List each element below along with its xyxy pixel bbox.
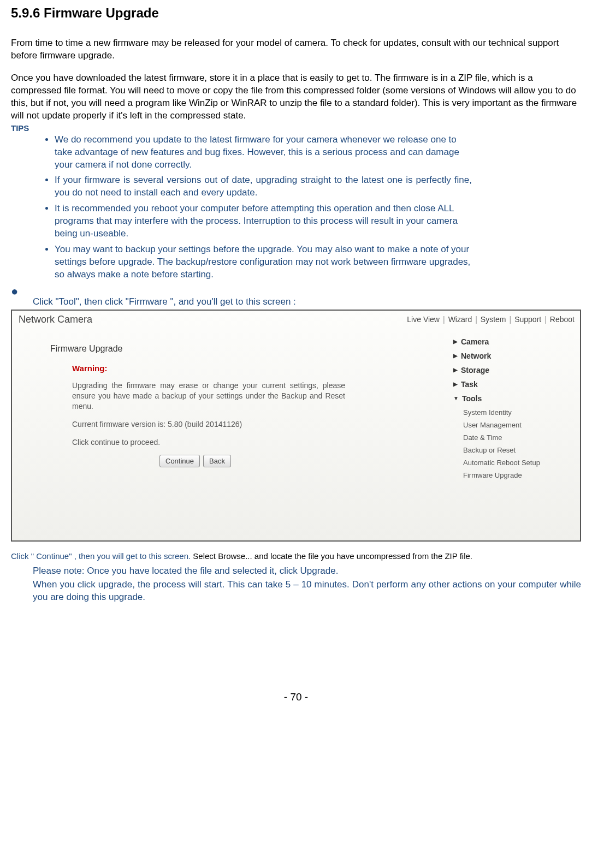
back-button[interactable]: Back bbox=[203, 455, 231, 467]
after-screenshot-line: Click " Continue" , then you will get to… bbox=[11, 551, 581, 561]
after-black-text: Select Browse... and locate the file you… bbox=[193, 551, 472, 561]
tip-item: It is recommended you reboot your comput… bbox=[55, 203, 581, 240]
note-block: Please note: Once you have located the f… bbox=[11, 565, 581, 604]
chevron-right-icon: ▶ bbox=[453, 367, 458, 373]
sidebar-label: Camera bbox=[461, 337, 489, 346]
nav-separator: | bbox=[475, 315, 477, 324]
click-instruction: Click "Tool", then click "Firmware ", an… bbox=[11, 296, 581, 307]
sidebar-item-network[interactable]: ▶ Network bbox=[453, 352, 575, 360]
nav-separator: | bbox=[510, 315, 512, 324]
sidebar-item-task[interactable]: ▶ Task bbox=[453, 380, 575, 389]
chevron-right-icon: ▶ bbox=[453, 338, 458, 344]
nav-live-view[interactable]: Live View bbox=[407, 315, 440, 324]
panel-title: Firmware Upgrade bbox=[50, 344, 422, 354]
sidebar-label: Tools bbox=[462, 394, 482, 403]
proceed-text: Click continue to proceed. bbox=[72, 437, 345, 448]
nav-separator: | bbox=[544, 315, 547, 324]
chevron-down-icon: ▼ bbox=[453, 395, 459, 401]
nav-system[interactable]: System bbox=[481, 315, 506, 324]
sidebar: ▶ Camera ▶ Network ▶ Storage ▶ Task ▼ To… bbox=[443, 328, 580, 540]
app-title: Network Camera bbox=[19, 314, 92, 325]
sidebar-sub-system-identity[interactable]: System Identity bbox=[453, 408, 575, 417]
sidebar-item-camera[interactable]: ▶ Camera bbox=[453, 337, 575, 346]
button-row: Continue Back bbox=[159, 455, 422, 467]
note-line-1: Please note: Once you have located the f… bbox=[33, 565, 581, 578]
intro-paragraph-1: From time to time a new firmware may be … bbox=[11, 37, 581, 62]
tip-item: You may want to backup your settings bef… bbox=[55, 243, 581, 281]
sidebar-label: Task bbox=[461, 380, 478, 389]
version-text: Current firmware version is: 5.80 (build… bbox=[72, 419, 345, 430]
sidebar-sub-firmware-upgrade[interactable]: Firmware Upgrade bbox=[453, 471, 575, 479]
sidebar-sub-backup-reset[interactable]: Backup or Reset bbox=[453, 446, 575, 454]
sidebar-sub-auto-reboot[interactable]: Automatic Reboot Setup bbox=[453, 459, 575, 467]
firmware-screenshot: Network Camera Live View | Wizard | Syst… bbox=[11, 310, 581, 542]
continue-button[interactable]: Continue bbox=[159, 455, 200, 467]
chevron-right-icon: ▶ bbox=[453, 381, 458, 387]
sidebar-sub-date-time[interactable]: Date & Time bbox=[453, 433, 575, 442]
sidebar-item-storage[interactable]: ▶ Storage bbox=[453, 366, 575, 374]
note-line-2: When you click upgrade, the process will… bbox=[33, 579, 581, 604]
main-panel: Firmware Upgrade Warning: Upgrading the … bbox=[12, 328, 443, 540]
sidebar-label: Network bbox=[461, 352, 491, 360]
top-nav: Live View | Wizard | System | Support | … bbox=[407, 315, 575, 324]
tips-list: We do recommend you update to the latest… bbox=[11, 134, 581, 281]
warning-text: Upgrading the firmware may erase or chan… bbox=[72, 381, 345, 412]
intro-paragraph-2: Once you have downloaded the latest firm… bbox=[11, 72, 581, 122]
nav-wizard[interactable]: Wizard bbox=[448, 315, 472, 324]
chevron-right-icon: ▶ bbox=[453, 353, 458, 359]
nav-reboot[interactable]: Reboot bbox=[550, 315, 575, 324]
nav-support[interactable]: Support bbox=[514, 315, 541, 324]
nav-separator: | bbox=[443, 315, 445, 324]
tip-item: If your firmware is several versions out… bbox=[55, 174, 581, 199]
sidebar-item-tools[interactable]: ▼ Tools bbox=[453, 394, 575, 403]
sidebar-label: Storage bbox=[461, 366, 489, 374]
sidebar-sub-user-management[interactable]: User Management bbox=[453, 421, 575, 429]
page-number: - 70 - bbox=[11, 691, 581, 703]
screenshot-body: Firmware Upgrade Warning: Upgrading the … bbox=[12, 328, 580, 540]
warning-label: Warning: bbox=[72, 364, 422, 373]
tip-item: We do recommend you update to the latest… bbox=[55, 134, 581, 171]
after-blue-text: Click " Continue" , then you will get to… bbox=[11, 551, 193, 561]
bullet-icon: ● bbox=[11, 286, 581, 298]
screenshot-header: Network Camera Live View | Wizard | Syst… bbox=[12, 311, 580, 328]
tips-label: TIPS bbox=[11, 123, 581, 133]
section-heading: 5.9.6 Firmware Upgrade bbox=[11, 5, 581, 21]
